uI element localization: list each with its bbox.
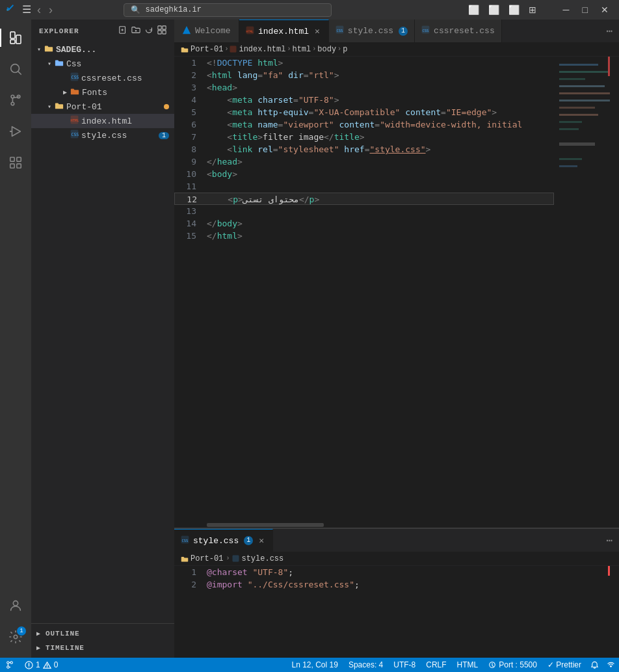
activity-item-account[interactable]	[0, 590, 31, 621]
nav-back-button[interactable]: ‹	[35, 3, 43, 17]
status-port-text: Port : 5500	[499, 660, 537, 669]
svg-text:CSS: CSS	[182, 538, 189, 542]
nav-forward-button[interactable]: ›	[47, 3, 55, 17]
tree-fonts-label: Fonts	[82, 88, 107, 98]
activity-item-search[interactable]	[0, 53, 31, 85]
grid-button[interactable]: ⊞	[525, 3, 540, 16]
svg-rect-23	[158, 31, 161, 34]
status-spaces[interactable]: Spaces: 4	[343, 658, 388, 672]
tree-root-label: SADEG...	[56, 45, 96, 55]
h-scrollbar[interactable]	[174, 522, 619, 528]
activity-item-settings[interactable]: 1	[0, 621, 31, 652]
breadcrumb-p[interactable]: p	[343, 45, 347, 54]
svg-text:CSS: CSS	[423, 29, 429, 33]
status-errors[interactable]: 1 0	[20, 658, 63, 672]
status-broadcast[interactable]	[603, 658, 619, 672]
status-bar: 1 0 Ln 12, Col 19 Spaces: 4 UTF-8 CRLF H…	[0, 658, 619, 672]
status-encoding[interactable]: UTF-8	[388, 658, 421, 672]
svg-rect-37	[230, 46, 236, 52]
close-button[interactable]: ✕	[596, 3, 614, 16]
breadcrumb-body[interactable]: body	[317, 45, 336, 54]
tree-item-cssreset[interactable]: CSS cssreset.css	[31, 71, 174, 85]
activity-item-run[interactable]	[0, 116, 31, 147]
svg-point-51	[610, 665, 612, 667]
timeline-section[interactable]: ▶ TIMELINE	[31, 641, 174, 655]
lower-editor: CSS style.css 1 ✕ ⋯ Port-01 › styl	[174, 528, 619, 658]
svg-rect-1	[16, 35, 21, 44]
tab-indexhtml-close[interactable]: ✕	[313, 25, 322, 37]
refresh-explorer-button[interactable]	[144, 25, 153, 36]
breadcrumb-sep4: ›	[337, 46, 341, 53]
tree-item-fonts[interactable]: ▶ Fonts	[31, 85, 174, 100]
status-cursor[interactable]: Ln 12, Col 19	[286, 658, 343, 672]
status-language[interactable]: HTML	[452, 658, 484, 672]
status-branch[interactable]	[0, 658, 20, 672]
maximize-button[interactable]: □	[577, 3, 593, 16]
upper-code-editor[interactable]: 1 <!DOCTYPE html> 2 <html lang="fa" dir=…	[174, 57, 619, 522]
tab-welcome[interactable]: Welcome	[174, 20, 239, 42]
split-editor-button[interactable]: ⬜	[485, 3, 503, 16]
tree-item-css[interactable]: ▾ Css	[31, 57, 174, 71]
svg-rect-10	[10, 157, 14, 161]
activity-bar: 1	[0, 20, 31, 658]
svg-rect-11	[17, 157, 21, 161]
new-folder-button[interactable]	[131, 25, 140, 36]
new-file-button[interactable]	[118, 25, 127, 36]
svg-text:HTML: HTML	[71, 118, 79, 122]
code-line-4: 4 <meta charset="UTF-8">	[174, 94, 554, 106]
minimize-button[interactable]: ─	[558, 3, 575, 16]
code-line-11: 11	[174, 180, 554, 193]
title-search[interactable]: 🔍 sadeghk1a.ir	[124, 3, 332, 17]
tree-port01-label: Port-01	[66, 102, 102, 112]
search-text: sadeghk1a.ir	[146, 5, 202, 14]
svg-rect-24	[163, 31, 166, 34]
lower-tab-actions[interactable]: ⋯	[599, 529, 619, 552]
lower-breadcrumb-port01[interactable]: Port-01	[181, 554, 223, 563]
code-line-14: 14 </body>	[174, 217, 554, 230]
tab-cssreset-label: cssreset.css	[434, 26, 495, 36]
tab-layout-button[interactable]: ⋯	[599, 20, 619, 42]
status-line-ending[interactable]: CRLF	[421, 658, 451, 672]
tab-indexhtml[interactable]: HTML index.html ✕	[239, 20, 329, 42]
status-bell[interactable]	[586, 658, 603, 672]
lower-code-editor[interactable]: 1 @charset "UTF-8"; 2 @import "../Css/cs…	[174, 566, 619, 658]
layout-toggle-button[interactable]: ⬜	[465, 3, 482, 16]
svg-rect-2	[10, 40, 15, 44]
breadcrumb-html[interactable]: html	[292, 45, 311, 54]
svg-text:CSS: CSS	[72, 75, 79, 80]
panels-button[interactable]: ⬜	[505, 3, 523, 16]
status-line-ending-text: CRLF	[426, 660, 446, 669]
sidebar-header: EXPLORER	[31, 20, 174, 42]
tree-item-stylecss[interactable]: CSS style.css 1	[31, 128, 174, 142]
outline-section[interactable]: ▶ OUTLINE	[31, 626, 174, 641]
svg-rect-21	[158, 26, 161, 29]
lower-tab-stylecss[interactable]: CSS style.css 1 ✕	[174, 529, 273, 552]
lower-tab-close[interactable]: ✕	[257, 535, 266, 546]
lower-breadcrumb-stylecss[interactable]: style.css	[232, 554, 283, 563]
lower-code-line-1: 1 @charset "UTF-8";	[174, 566, 554, 578]
activity-item-source-control[interactable]	[0, 85, 31, 116]
breadcrumb-sep1: ›	[224, 46, 228, 53]
status-port[interactable]: Port : 5500	[483, 658, 542, 672]
tree-item-root[interactable]: ▾ SADEG...	[31, 42, 174, 57]
code-line-5: 5 <meta http-equiv="X-UA-Compatible" con…	[174, 106, 554, 118]
status-prettier-text: ✓ Prettier	[547, 660, 581, 669]
breadcrumb-indexhtml[interactable]: index.html	[230, 45, 285, 54]
tab-indexhtml-icon: HTML	[246, 26, 254, 37]
vscode-icon	[5, 3, 16, 17]
activity-item-extensions[interactable]	[0, 147, 31, 178]
tab-cssreset[interactable]: CSS cssreset.css	[415, 20, 502, 42]
breadcrumb-port01[interactable]: Port-01	[181, 45, 223, 54]
menu-icon[interactable]: ☰	[22, 3, 31, 16]
collapse-all-button[interactable]	[157, 25, 166, 36]
tab-bar: Welcome HTML index.html ✕ CSS style.css …	[174, 20, 619, 42]
status-warning-count: 0	[54, 660, 59, 669]
activity-item-explorer[interactable]	[0, 22, 31, 53]
svg-marker-8	[12, 127, 21, 137]
tree-item-indexhtml[interactable]: HTML index.html	[31, 114, 174, 128]
tree-item-port01[interactable]: ▾ Port-01	[31, 100, 174, 114]
svg-text:CSS: CSS	[72, 132, 79, 137]
svg-point-46	[29, 666, 29, 667]
status-prettier[interactable]: ✓ Prettier	[542, 658, 586, 672]
tab-stylecss[interactable]: CSS style.css 1	[329, 20, 415, 42]
